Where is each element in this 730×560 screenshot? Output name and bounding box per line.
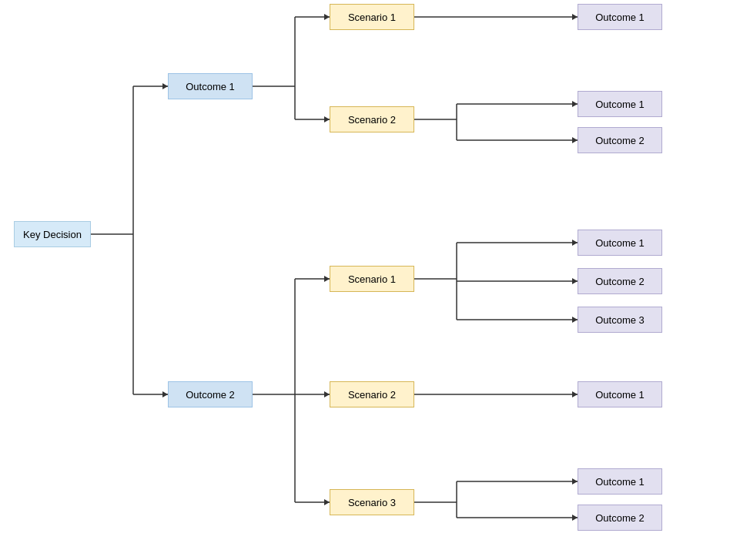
node-result-2a-2: Outcome 2 bbox=[578, 127, 662, 153]
svg-marker-30 bbox=[572, 137, 578, 143]
node-scenario-1a: Scenario 1 bbox=[330, 4, 414, 30]
svg-marker-32 bbox=[572, 278, 578, 284]
svg-marker-28 bbox=[572, 14, 578, 20]
svg-marker-39 bbox=[324, 14, 330, 20]
svg-marker-35 bbox=[572, 478, 578, 485]
svg-marker-33 bbox=[572, 317, 578, 323]
svg-marker-41 bbox=[324, 276, 330, 282]
node-result-1a-1: Outcome 1 bbox=[578, 4, 662, 30]
node-result-1b-2: Outcome 2 bbox=[578, 268, 662, 294]
svg-marker-38 bbox=[162, 391, 168, 397]
node-decision: Key Decision bbox=[14, 221, 91, 247]
node-result-3b-1: Outcome 1 bbox=[578, 468, 662, 495]
svg-marker-42 bbox=[324, 391, 330, 397]
svg-marker-36 bbox=[572, 515, 578, 521]
svg-marker-40 bbox=[324, 116, 330, 122]
node-result-3b-2: Outcome 2 bbox=[578, 505, 662, 531]
node-scenario-2a: Scenario 2 bbox=[330, 106, 414, 132]
node-result-1b-3: Outcome 3 bbox=[578, 307, 662, 333]
svg-marker-43 bbox=[324, 499, 330, 505]
node-outcome-1: Outcome 1 bbox=[168, 73, 253, 99]
node-outcome-2: Outcome 2 bbox=[168, 381, 253, 407]
node-scenario-2b: Scenario 2 bbox=[330, 381, 414, 407]
svg-marker-31 bbox=[572, 240, 578, 246]
svg-marker-37 bbox=[162, 83, 168, 89]
decision-tree-diagram: Key Decision Outcome 1 Outcome 2 Scenari… bbox=[0, 0, 730, 560]
svg-marker-29 bbox=[572, 101, 578, 107]
node-result-2a-1: Outcome 1 bbox=[578, 91, 662, 117]
node-result-2b-1: Outcome 1 bbox=[578, 381, 662, 407]
node-scenario-3b: Scenario 3 bbox=[330, 489, 414, 515]
node-result-1b-1: Outcome 1 bbox=[578, 230, 662, 256]
svg-marker-34 bbox=[572, 391, 578, 397]
node-scenario-1b: Scenario 1 bbox=[330, 266, 414, 292]
